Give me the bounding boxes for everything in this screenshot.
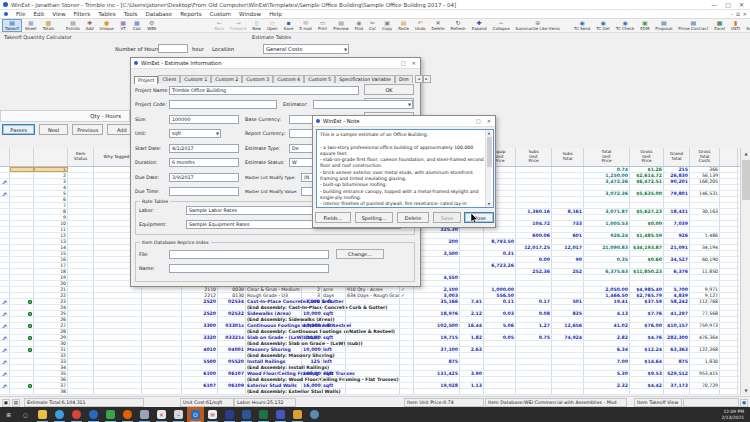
tab-scroll-right-icon[interactable]: ► [423,75,431,83]
tab-custom-2[interactable]: Custom 2 [211,75,242,83]
toolbar-collapse-button[interactable]: −Collapse [490,19,513,32]
toolbar-wbs-button[interactable]: ⚙WBS [144,19,159,32]
name-field[interactable] [169,264,329,273]
toolbar-open-button[interactable]: ▱Open [264,19,281,32]
size-field[interactable]: 100000 [169,115,239,124]
unit-select[interactable]: sqft▼ [169,129,221,138]
outlook-icon[interactable]: O [187,407,204,422]
toolbar-prime-contract-button[interactable]: ▤Prime Contract [675,19,711,32]
column-header-gc[interactable]: Gross Total Costs [690,148,720,166]
start-date-field[interactable]: 4/1/2017 [169,144,239,153]
menu-tools[interactable]: Tools [120,11,142,17]
menu-help[interactable]: Help [265,11,286,17]
toolbar-osti-button[interactable]: ▮OSTI [728,19,743,32]
toolbar-vt-button[interactable]: ▦VT [117,19,130,32]
menu-database[interactable]: Database [141,11,176,17]
winest-app-icon[interactable]: ⌁ [170,407,187,422]
column-header-flag[interactable] [10,148,34,166]
toolbar-tc-check-button[interactable]: ◉TC Check [613,19,638,32]
menu-edit[interactable]: Edit [29,11,48,17]
mail-app-icon[interactable]: ✉ [204,407,221,422]
scrollbar-thumb[interactable] [487,137,492,167]
toolbar-refresh-button[interactable]: ↻Refresh [448,19,469,32]
project-name-field[interactable]: Trimble Office Building [169,86,359,95]
start-button[interactable]: ⊞ [0,407,17,422]
tab-specification-variable[interactable]: Specification Variable [335,75,395,83]
column-header-gu[interactable]: Gross Unit Price [630,148,664,166]
column-header-anchor[interactable] [0,148,10,166]
photoshop-icon[interactable] [221,407,238,422]
toolbar-forward-button[interactable]: →Forward [227,19,249,32]
settings-globe-icon[interactable] [306,407,323,422]
estimator-select[interactable]: ▼ [313,100,413,109]
menu-view[interactable]: View [48,11,69,17]
spelling-button[interactable]: Spelling... [355,212,393,223]
toolbar-print-button[interactable]: ▭Print [315,19,330,32]
table-row[interactable]: 38(End Assembly: Exterior Stud Walls) [0,389,740,395]
dialog-maximize-button[interactable]: □ [476,118,481,124]
firefox-icon[interactable] [119,407,136,422]
toolbar-delete-button[interactable]: ✕Delete [428,19,447,32]
toolbar-sheet-button[interactable]: ▦Sheet [22,19,40,32]
tab-custom-3[interactable]: Custom 3 [242,75,273,83]
search-icon[interactable]: ○ [17,407,34,422]
toolbar-copy-button[interactable]: ▣Copy [379,19,395,32]
duration-field[interactable]: 6 months [169,158,239,167]
tab-custom-1[interactable]: Custom 1 [180,75,211,83]
delete-button[interactable]: Delete [397,212,429,223]
powerbi-icon[interactable] [289,407,306,422]
scroll-up-icon[interactable]: ▲ [741,148,750,158]
column-header-status[interactable]: Item Status [68,148,94,166]
column-header-gt[interactable]: Grand Total [664,148,690,166]
excel-icon[interactable] [255,407,272,422]
vertical-scrollbar[interactable]: ▲ ▼ [740,148,750,395]
dialog-maximize-button[interactable]: □ [401,60,406,66]
toolbar-unique-button[interactable]: ●Unique [97,19,117,32]
mdi-restore-button[interactable]: ⧉ [736,11,740,18]
calculator-next-button[interactable]: Next [39,124,68,135]
column-header-tail[interactable] [720,148,738,166]
toolbar-cut-button[interactable]: ✂Cut [366,19,379,32]
toolbar-calc-button[interactable]: ▦Calc [130,19,145,32]
chrome-icon[interactable] [68,407,85,422]
toolbar-add-button[interactable]: ✚Add [83,19,97,32]
save-button[interactable]: Save [433,212,461,223]
tab-custom-5[interactable]: Custom 5 [304,75,335,83]
toolbar-excel-button[interactable]: ▦Excel [711,19,728,32]
teamviewer-icon[interactable] [85,407,102,422]
toolbar-proposal-button[interactable]: ▤Proposal [652,19,675,32]
column-header-st[interactable]: Subs Total [552,148,584,166]
mdi-minimize-button[interactable]: – [731,11,734,18]
toolbar-summarize-like-items-button[interactable]: ⊕Summarize Like Items [513,19,563,32]
taskbar-clock[interactable]: 12:09 PM2/13/2021 [721,409,750,420]
menu-reports[interactable]: Reports [176,11,205,17]
dialog-close-button[interactable]: ✕ [412,60,416,66]
maximize-button[interactable]: □ [725,1,731,8]
due-time-field[interactable] [169,187,239,196]
column-header-su[interactable]: Subs Unit Price [516,148,552,166]
close-button[interactable]: Close [464,212,494,223]
toolbar-takeoff-button[interactable]: ▤Takeoff [2,19,22,32]
dialog-close-button[interactable]: ✕ [487,118,491,124]
menu-window[interactable]: Window [235,11,265,17]
note-textarea[interactable]: This is a sample estimate of an Office B… [316,129,494,208]
menu-file[interactable]: File [12,11,29,17]
location-select[interactable]: General Costs ▼ [263,44,349,54]
toolbar-expand-button[interactable]: ✚Expand [469,19,490,32]
toolbar-totals-button[interactable]: ▩Totals [40,19,57,32]
due-date-field[interactable]: 3/9/2017 [169,173,239,182]
menu-tables[interactable]: Tables [94,11,119,17]
toolbar-preview-button[interactable]: ▤Preview [330,19,352,32]
ok-button[interactable]: OK [364,84,414,95]
menu-filters[interactable]: Filters [70,11,95,17]
scroll-down-icon[interactable]: ▼ [486,201,492,207]
calculator-passes-button[interactable]: Passes [2,124,35,135]
database-doc-icon[interactable] [136,407,153,422]
word-icon[interactable] [238,407,255,422]
note-scrollbar[interactable]: ▲ ▼ [485,130,491,207]
toolbar-undo-button[interactable]: ↶Undo [412,19,428,32]
column-header-tu[interactable]: Total Unit Price [584,148,630,166]
toolbar-paste-button[interactable]: ▤Paste [395,19,412,32]
file-explorer-icon[interactable] [34,407,51,422]
toolbar-find-button[interactable]: ◉Find [352,19,366,32]
